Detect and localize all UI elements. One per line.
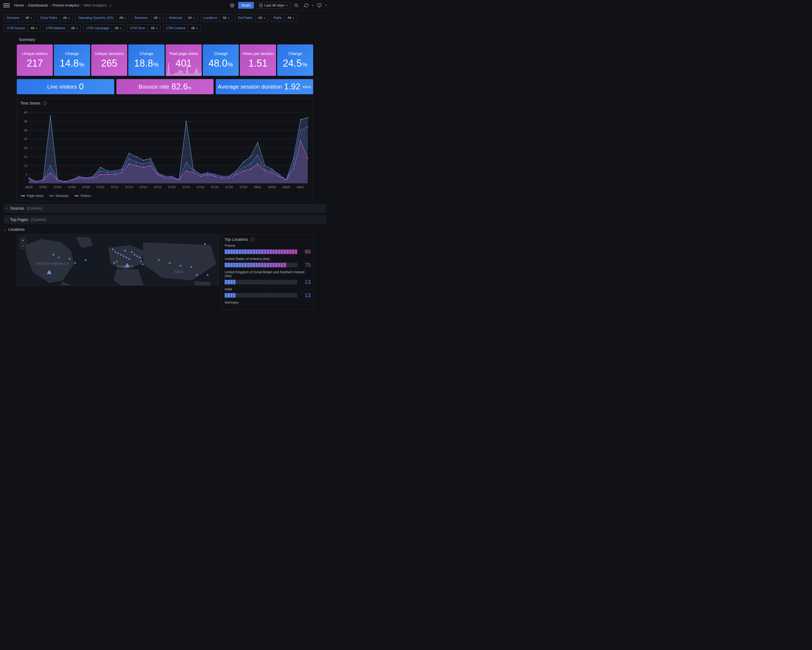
timeseries-chart[interactable]: 51015202530354006/3007/0207/0407/0607/08… xyxy=(20,110,310,191)
svg-point-132 xyxy=(85,177,87,179)
map-marker[interactable] xyxy=(125,256,127,258)
filter-value-dropdown[interactable]: All▾ xyxy=(68,24,81,32)
map-marker[interactable] xyxy=(124,249,126,251)
map-marker[interactable] xyxy=(125,263,130,267)
map-marker[interactable] xyxy=(196,274,198,276)
filter-value-dropdown[interactable]: All▾ xyxy=(220,14,232,22)
map-marker[interactable] xyxy=(190,266,192,268)
map-marker[interactable] xyxy=(85,259,87,261)
gear-icon[interactable] xyxy=(229,2,236,9)
map-marker[interactable] xyxy=(120,254,122,255)
location-value: 90 xyxy=(297,249,311,255)
filter-value-dropdown[interactable]: All▾ xyxy=(60,14,73,22)
legend-item[interactable]: Visitors xyxy=(75,194,91,198)
zoom-in-button[interactable]: + xyxy=(20,237,26,243)
map-marker[interactable] xyxy=(136,255,138,257)
share-button[interactable]: Share xyxy=(238,2,254,9)
svg-point-146 xyxy=(186,170,187,171)
filter-label: Locations xyxy=(200,14,220,22)
zoom-out-button[interactable]: − xyxy=(20,243,26,248)
map-marker[interactable] xyxy=(113,262,115,263)
map-marker[interactable] xyxy=(69,258,71,260)
svg-point-111 xyxy=(221,176,223,177)
map-marker[interactable] xyxy=(112,248,114,250)
svg-text:07/20: 07/20 xyxy=(168,185,176,189)
time-range-picker[interactable]: Last 40 days ▾ xyxy=(256,2,290,9)
timeseries-legend: Page viewsSessionsVisitors xyxy=(17,193,313,201)
svg-point-149 xyxy=(207,174,208,175)
map-marker[interactable] xyxy=(128,258,130,260)
map-marker[interactable] xyxy=(114,251,117,253)
info-icon[interactable]: i xyxy=(43,101,47,105)
svg-point-61 xyxy=(150,158,151,159)
crumb-home[interactable]: Home xyxy=(14,3,24,7)
filter-value-dropdown[interactable]: All▾ xyxy=(27,24,40,32)
svg-point-110 xyxy=(214,174,215,175)
map-marker[interactable] xyxy=(206,274,209,276)
monitor-icon[interactable] xyxy=(316,2,323,9)
filter-value-dropdown[interactable]: All▾ xyxy=(22,14,35,22)
map-marker[interactable] xyxy=(52,254,54,255)
map-marker[interactable] xyxy=(139,256,141,258)
sources-row[interactable]: › Sources (2 panels) xyxy=(4,204,326,213)
avg-session-value: 1.92 xyxy=(284,82,300,92)
map-panel[interactable]: + − NORTH AMERICA EUROPE ASIA xyxy=(17,234,219,286)
refresh-interval-dropdown[interactable]: ▾ xyxy=(312,4,313,7)
svg-point-153 xyxy=(236,174,237,175)
map-marker[interactable] xyxy=(133,254,136,255)
filter-value-dropdown[interactable]: All▾ xyxy=(151,14,163,22)
map-marker[interactable] xyxy=(179,265,182,266)
filter-value-dropdown[interactable]: All▾ xyxy=(112,24,124,32)
filter-value-dropdown[interactable]: All▾ xyxy=(185,14,197,22)
map-marker[interactable] xyxy=(123,255,125,257)
star-icon[interactable]: ☆ xyxy=(109,3,112,8)
filter-utm-content: UTM ContentAll▾ xyxy=(163,24,201,32)
filter-value-dropdown[interactable]: All▾ xyxy=(116,14,129,22)
filter-label: Operating Systems (OS) xyxy=(75,14,116,22)
map-marker[interactable] xyxy=(140,260,142,262)
filter-value-dropdown[interactable]: All▾ xyxy=(148,24,160,32)
crumb-prisme[interactable]: Prisme Analytics xyxy=(52,3,79,7)
crumb-dashboards[interactable]: Dashboards xyxy=(28,3,48,7)
more-dropdown[interactable]: ▾ xyxy=(325,4,327,7)
svg-point-75 xyxy=(250,156,251,158)
filter-bar: DomainsAll▾Entry PathsAll▾Operating Syst… xyxy=(0,11,330,35)
toppages-title: Top Pages xyxy=(10,217,28,222)
location-value: 75 xyxy=(297,262,311,268)
map-marker[interactable] xyxy=(131,251,133,253)
summary-card: Views per session1.51 xyxy=(240,44,276,76)
svg-point-113 xyxy=(236,172,237,173)
svg-point-129 xyxy=(64,181,65,182)
filter-value-dropdown[interactable]: All▾ xyxy=(284,14,297,22)
card-label: Total page views xyxy=(168,51,200,56)
zoom-out-icon[interactable] xyxy=(293,2,300,9)
map-marker[interactable] xyxy=(58,256,60,258)
svg-point-159 xyxy=(279,176,279,177)
svg-point-106 xyxy=(186,161,187,162)
card-value: 24.5% xyxy=(283,58,307,69)
map-marker[interactable] xyxy=(142,263,144,265)
map-marker[interactable] xyxy=(204,243,206,245)
live-visitors-label: Live visitors xyxy=(47,83,77,90)
svg-point-76 xyxy=(257,142,258,143)
map-marker[interactable] xyxy=(47,270,52,274)
legend-item[interactable]: Page views xyxy=(21,194,43,198)
map-marker[interactable] xyxy=(158,259,160,261)
refresh-icon[interactable] xyxy=(302,2,310,9)
map-marker[interactable] xyxy=(116,260,118,262)
card-label: Views per session xyxy=(241,51,276,56)
svg-text:30: 30 xyxy=(24,128,27,132)
card-label: Change xyxy=(212,51,229,56)
locations-row[interactable]: ⌄ Locations xyxy=(4,227,326,232)
location-bar xyxy=(224,263,297,267)
filter-value-dropdown[interactable]: All▾ xyxy=(188,24,201,32)
filter-value-dropdown[interactable]: All▾ xyxy=(255,14,268,22)
map-marker[interactable] xyxy=(169,262,171,263)
info-icon[interactable]: i xyxy=(250,237,255,241)
map-marker[interactable] xyxy=(74,262,76,263)
toppages-row[interactable]: › Top Pages (3 panels) xyxy=(4,215,326,224)
legend-item[interactable]: Sessions xyxy=(49,194,69,198)
map-marker[interactable] xyxy=(117,252,119,254)
map-label-as: ASIA xyxy=(174,270,183,274)
menu-icon[interactable] xyxy=(3,2,10,9)
